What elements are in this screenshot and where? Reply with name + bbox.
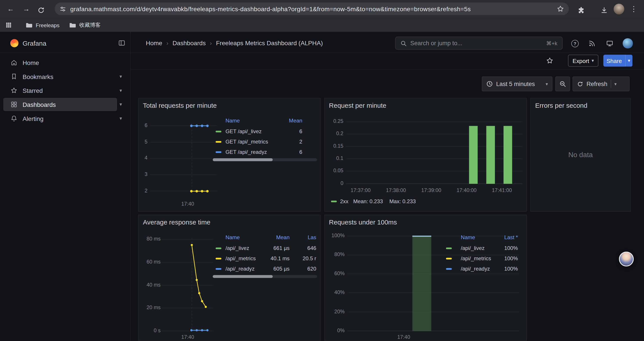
bookmark-folder-freeleaps[interactable]: Freeleaps: [26, 18, 60, 32]
url-bar[interactable]: grafana.mathmast.com/d/deytv4rwavabkb/fr…: [54, 3, 569, 15]
time-range-picker[interactable]: Last 5 minutes ▾: [482, 77, 552, 91]
bookmark-folder-blogs[interactable]: 收藏博客: [69, 18, 100, 32]
legend-series-name[interactable]: /api/_metrics: [461, 255, 491, 261]
dashboards-grid-icon: [11, 101, 17, 108]
bookmark-folder-label: Freeleaps: [36, 22, 60, 28]
sidebar-item-dashboards[interactable]: Dashboards: [3, 98, 117, 111]
back-icon[interactable]: ←: [6, 4, 16, 14]
series-color-dash[interactable]: [216, 258, 222, 259]
chevron-down-icon[interactable]: ▾: [120, 116, 122, 121]
series-color-dash[interactable]: [331, 201, 337, 202]
user-avatar[interactable]: [623, 38, 633, 49]
legend-col-mean[interactable]: Mean: [276, 234, 290, 240]
help-icon[interactable]: ?: [571, 40, 579, 47]
folder-icon: [26, 22, 32, 29]
y-tick: 0.05: [324, 168, 343, 173]
series-color-dash[interactable]: [216, 268, 222, 270]
url-text[interactable]: grafana.mathmast.com/d/deytv4rwavabkb/fr…: [70, 5, 553, 12]
panel-request-per-minute: Request per minute 0.25 0.2 0.15 0.1 0.0…: [324, 98, 527, 212]
legend-col-name[interactable]: Name: [226, 118, 240, 124]
zoom-out-button[interactable]: [555, 77, 570, 91]
legend-last-value: 620: [307, 265, 316, 272]
sidebar-item-bookmarks[interactable]: Bookmarks: [3, 70, 117, 83]
chevron-down-icon[interactable]: ▾: [120, 74, 122, 79]
refresh-interval-chevron[interactable]: ▾: [614, 81, 616, 87]
series-color-dash[interactable]: [446, 268, 452, 270]
bookmark-folder-label: 收藏博客: [79, 21, 100, 29]
y-tick: 0.15: [324, 143, 343, 149]
legend-series-name[interactable]: /api/_livez: [461, 245, 484, 251]
sidebar-item-label: Starred: [22, 87, 43, 94]
legend-last-value: 100%: [504, 265, 518, 272]
refresh-button[interactable]: Refresh ▾: [572, 77, 630, 91]
chevron-down-icon[interactable]: ▾: [120, 88, 122, 93]
extensions-icon[interactable]: [576, 5, 586, 15]
grafana-sidebar: Grafana Home Bookmarks ▾ Starred ▾ Dashb…: [0, 32, 131, 341]
legend-scrollbar[interactable]: [213, 158, 317, 161]
dock-menu-icon[interactable]: [118, 40, 126, 47]
breadcrumb-dashboards[interactable]: Dashboards: [172, 40, 206, 47]
chevron-down-icon[interactable]: ▾: [120, 102, 122, 107]
browser-menu-icon[interactable]: ⋮: [630, 5, 638, 13]
grafana-logo[interactable]: [10, 39, 18, 47]
search-input[interactable]: [410, 40, 542, 47]
bookmark-star-icon[interactable]: [557, 5, 564, 12]
clock-icon: [486, 81, 493, 87]
legend-scrollbar[interactable]: [213, 275, 317, 278]
x-tick: 17:41:00: [487, 187, 517, 193]
browser-profile-avatar[interactable]: [614, 4, 624, 15]
series-color-dash[interactable]: [216, 141, 222, 143]
panel-title[interactable]: Requests under 100ms: [329, 219, 397, 226]
legend-series-name[interactable]: 2xx: [340, 198, 348, 204]
apps-grid-icon[interactable]: [5, 18, 12, 32]
site-settings-icon[interactable]: [60, 6, 66, 12]
legend-series-name[interactable]: GET /api/_metrics: [226, 138, 268, 145]
series-color-dash[interactable]: [216, 247, 222, 249]
legend-col-name[interactable]: Name: [461, 234, 475, 240]
share-label: Share: [606, 57, 622, 64]
export-button[interactable]: Export ▾: [568, 55, 598, 67]
panel-requests-under-100ms: Requests under 100ms 100% 80% 60% 40% 20…: [324, 215, 527, 341]
breadcrumb-home[interactable]: Home: [146, 40, 162, 47]
legend-mean-value: 605 µs: [273, 265, 290, 272]
favorite-star-icon[interactable]: [546, 57, 553, 64]
x-tick: 17:40: [177, 334, 198, 340]
legend-series-name[interactable]: GET /api/_livez: [226, 128, 262, 135]
search-bar[interactable]: ⌘+k: [395, 37, 562, 50]
legend-col-last[interactable]: Last *: [504, 234, 518, 240]
button-divider: [611, 80, 611, 88]
legend-series-name[interactable]: GET /api/_readyz: [226, 149, 267, 155]
legend-scrollbar-thumb[interactable]: [213, 158, 273, 161]
legend-scrollbar-thumb[interactable]: [213, 275, 273, 278]
sidebar-item-home[interactable]: Home: [3, 56, 117, 69]
panel-title[interactable]: Average response time: [143, 219, 210, 226]
reload-icon[interactable]: [36, 5, 46, 15]
floating-assistant-avatar[interactable]: [619, 252, 634, 266]
screen: ← → grafana.mathmast.com/d/deytv4rwavabk…: [0, 0, 644, 341]
share-button[interactable]: Share: [603, 55, 625, 67]
legend-series-name[interactable]: /api/_metrics: [226, 255, 256, 261]
legend-series-name[interactable]: /api/_readyz: [461, 265, 490, 272]
forward-icon[interactable]: →: [21, 4, 31, 14]
header-divider: [0, 53, 644, 53]
sidebar-item-starred[interactable]: Starred: [3, 84, 117, 97]
sidebar-item-alerting[interactable]: Alerting: [3, 112, 117, 125]
legend-col-mean[interactable]: Mean: [289, 118, 302, 124]
series-color-dash[interactable]: [446, 258, 452, 259]
series-color-dash[interactable]: [216, 151, 222, 153]
share-menu-chevron[interactable]: ▾: [625, 55, 632, 67]
legend-series-name[interactable]: /api/_readyz: [226, 265, 255, 272]
series-color-dash[interactable]: [446, 247, 452, 249]
legend-col-last[interactable]: Las: [308, 234, 316, 240]
news-rss-icon[interactable]: [588, 40, 596, 47]
series-color-dash[interactable]: [216, 131, 222, 132]
legend-last-value: 646: [307, 245, 316, 251]
legend-series-name[interactable]: /api/_livez: [226, 245, 249, 251]
sidebar-item-label: Bookmarks: [22, 73, 54, 80]
downloads-icon[interactable]: [599, 5, 609, 15]
legend-col-name[interactable]: Name: [226, 234, 240, 240]
panel-title[interactable]: Total requests per minute: [143, 102, 217, 110]
monitor-icon[interactable]: [606, 40, 613, 47]
y-tick: 100%: [324, 233, 344, 238]
panel-title[interactable]: Request per minute: [329, 102, 386, 110]
